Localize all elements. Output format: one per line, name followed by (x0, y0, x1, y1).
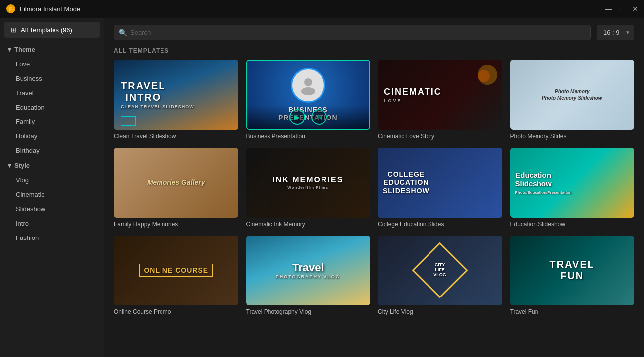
app-icon: F (6, 4, 16, 14)
travel-subtitle: CLEAN TRAVEL SLIDESHOW (121, 104, 194, 109)
template-label-ink: Cinematic Ink Memory (246, 221, 371, 228)
template-label-online-course: Online Course Promo (114, 308, 238, 315)
template-thumb-college: COLLEGEEDUCATIONSLIDESHOW (378, 148, 502, 218)
chevron-down-icon-style: ▾ (8, 162, 11, 169)
thumb-inner-college: COLLEGEEDUCATIONSLIDESHOW (378, 148, 502, 218)
cinematic-title-text: CINEMaTIC (384, 87, 442, 97)
thumb-inner-edu-slideshow: EducationSlideshow Photo/Education/Prese… (510, 148, 635, 218)
thumb-inner-ink: INK MEMORIES Wonderfilm Films (246, 148, 371, 218)
template-label-business: Business Presentation (246, 133, 371, 140)
template-card-clean-travel[interactable]: TRAVELINTRO CLEAN TRAVEL SLIDESHOW Clean… (114, 60, 238, 140)
content-area: 🔍 16 : 9 9 : 16 1 : 1 4 : 3 ALL TEMPLATE… (104, 18, 644, 357)
title-bar-left: F Filmora Instant Mode (6, 4, 80, 14)
cinematic-sub-text: LOVE (384, 98, 402, 103)
sidebar-item-birthday[interactable]: Birthday (4, 143, 100, 158)
template-label-travel-photo: Travel Photography Vlog (246, 308, 371, 315)
theme-label: Theme (14, 46, 35, 53)
thumb-inner-cinematic-love: CINEMaTIC LOVE (378, 60, 502, 130)
thumb-inner-travel-photo: Travel PHOTOGRAPHY VLOG (246, 236, 371, 305)
edu-title-text: EducationSlideshow (515, 171, 552, 188)
template-thumb-photo-memory: Photo MemoryPhoto Memory Slideshow (510, 60, 635, 130)
style-category[interactable]: ▾ Style (4, 158, 100, 173)
search-icon: 🔍 (119, 29, 127, 37)
person-avatar (291, 68, 325, 103)
template-thumb-travel-fun: TRAVELFUN (510, 236, 635, 305)
title-bar-controls: — □ ✕ (605, 5, 638, 13)
template-card-online-course[interactable]: ONLINE COURSE Online Course Promo (114, 236, 238, 315)
search-input-wrap: 🔍 (114, 25, 591, 40)
online-course-text: ONLINE COURSE (139, 264, 213, 277)
template-thumb-clean-travel: TRAVELINTRO CLEAN TRAVEL SLIDESHOW (114, 60, 238, 130)
thumb-inner-photo-memory: Photo MemoryPhoto Memory Slideshow (510, 60, 635, 130)
template-label-edu-slideshow: Education Slideshow (510, 221, 635, 228)
travel-bracket (121, 116, 136, 126)
sidebar-item-travel[interactable]: Travel (4, 86, 100, 100)
template-card-edu-slideshow[interactable]: EducationSlideshow Photo/Education/Prese… (510, 148, 635, 228)
template-card-travel-fun[interactable]: TRAVELFUN Travel Fun (510, 236, 635, 315)
section-header: ALL TEMPLATES (114, 47, 634, 54)
thumb-inner-travel-fun: TRAVELFUN (510, 236, 635, 305)
thumb-inner-online-course: ONLINE COURSE (114, 236, 238, 305)
theme-category[interactable]: ▾ Theme (4, 42, 100, 57)
sidebar-item-holiday[interactable]: Holiday (4, 129, 100, 143)
sidebar-item-family[interactable]: Family (4, 115, 100, 129)
all-templates-button[interactable]: ⊞ All Templates (96) (4, 22, 100, 38)
svg-point-2 (304, 78, 312, 86)
template-card-city-life[interactable]: CITYLIFEVLOG City Life Vlog (378, 236, 502, 315)
sidebar-item-fashion[interactable]: Fashion (4, 231, 100, 245)
maximize-button[interactable]: □ (620, 5, 624, 13)
sidebar-item-vlog[interactable]: Vlog (4, 173, 100, 187)
template-label-clean-travel: Clean Travel Slideshow (114, 133, 238, 140)
sidebar-item-slideshow[interactable]: Slideshow (4, 202, 100, 216)
sidebar-item-intro[interactable]: Intro (4, 216, 100, 231)
template-label-cinematic-love: Cinematic Love Story (378, 133, 502, 140)
search-input[interactable] (114, 25, 591, 40)
app-title: Filmora Instant Mode (20, 5, 80, 13)
edu-sub: Photo/Education/Presentation (515, 190, 572, 195)
bokeh2 (478, 70, 490, 82)
template-card-photo-memory[interactable]: Photo MemoryPhoto Memory Slideshow Photo… (510, 60, 635, 140)
all-templates-label: All Templates (96) (21, 26, 72, 34)
template-thumb-online-course: ONLINE COURSE (114, 236, 238, 305)
sidebar-item-cinematic[interactable]: Cinematic (4, 187, 100, 202)
close-button[interactable]: ✕ (632, 5, 638, 13)
sidebar: ⊞ All Templates (96) ▾ Theme Love Busine… (0, 18, 104, 357)
template-label-family: Family Happy Memories (114, 221, 238, 228)
template-thumb-business: BUSINESSPRESENTATION ▶ ✎ (246, 60, 371, 130)
aspect-ratio-select[interactable]: 16 : 9 9 : 16 1 : 1 4 : 3 (597, 25, 634, 40)
edit-button[interactable]: ✎ (311, 109, 327, 125)
ink-title: INK MEMORIES (272, 176, 343, 184)
play-button[interactable]: ▶ (289, 109, 305, 125)
style-label: Style (14, 162, 30, 169)
sidebar-item-love[interactable]: Love (4, 57, 100, 71)
person-icon (298, 75, 318, 95)
thumb-inner-family: Memories Gallery (114, 148, 238, 218)
travel-intro-text: TRAVELINTRO (121, 80, 166, 103)
template-card-ink[interactable]: INK MEMORIES Wonderfilm Films Cinematic … (246, 148, 371, 228)
ink-sub: Wonderfilm Films (287, 185, 328, 190)
photo-memory-text-main: Photo MemoryPhoto Memory Slideshow (542, 88, 602, 101)
template-label-travel-fun: Travel Fun (510, 308, 635, 315)
family-mem-text: Memories Gallery (147, 178, 205, 186)
template-card-cinematic-love[interactable]: CINEMaTIC LOVE Cinematic Love Story (378, 60, 502, 140)
chevron-down-icon: ▾ (8, 46, 11, 53)
grid-icon: ⊞ (11, 26, 17, 34)
theme-section: ▾ Theme Love Business Travel Education F… (0, 42, 104, 158)
sidebar-item-business[interactable]: Business (4, 71, 100, 86)
template-label-college: College Education Slides (378, 221, 502, 228)
svg-point-3 (301, 87, 315, 95)
template-card-family[interactable]: Memories Gallery Family Happy Memories (114, 148, 238, 228)
aspect-ratio-wrap: 16 : 9 9 : 16 1 : 1 4 : 3 (597, 25, 634, 40)
template-thumb-ink: INK MEMORIES Wonderfilm Films (246, 148, 371, 218)
sidebar-item-education[interactable]: Education (4, 100, 100, 115)
thumb-controls-business: ▶ ✎ (247, 105, 370, 129)
template-card-college[interactable]: COLLEGEEDUCATIONSLIDESHOW College Educat… (378, 148, 502, 228)
template-label-city-life: City Life Vlog (378, 308, 502, 315)
template-card-business[interactable]: BUSINESSPRESENTATION ▶ ✎ Business Presen… (246, 60, 371, 140)
travel-photo-text: Travel (292, 261, 324, 274)
style-section: ▾ Style Vlog Cinematic Slideshow Intro F… (0, 158, 104, 245)
college-title-text: COLLEGEEDUCATIONSLIDESHOW (383, 170, 429, 195)
template-card-travel-photo[interactable]: Travel PHOTOGRAPHY VLOG Travel Photograp… (246, 236, 371, 315)
travel-fun-text: TRAVELFUN (549, 259, 594, 282)
minimize-button[interactable]: — (605, 5, 612, 13)
